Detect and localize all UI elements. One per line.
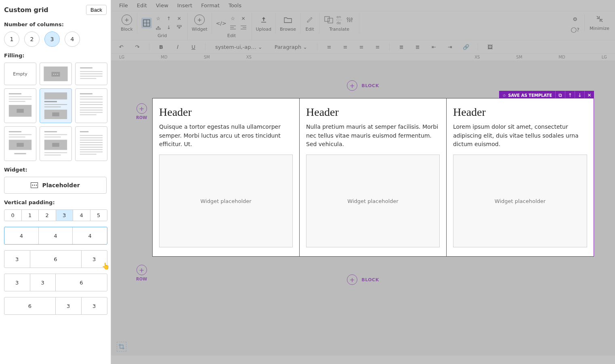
grid-column-1[interactable]: Header Quisque a tortor egestas nulla ul… (153, 98, 300, 256)
menu-view[interactable]: View (156, 2, 168, 8)
svg-rect-25 (80, 102, 103, 103)
list-ul-icon[interactable]: ≣ (397, 44, 406, 50)
add-block-bottom: + BLOCK (132, 274, 594, 285)
add-block-top-button[interactable]: + (347, 80, 357, 91)
menu-tools[interactable]: Tools (229, 2, 241, 8)
add-block-bottom-button[interactable]: + (347, 274, 357, 285)
grid-column-2[interactable]: Header Nulla pretium mauris at semper fa… (300, 98, 447, 256)
add-widget-icon[interactable]: + (194, 15, 205, 25)
vp-option-0[interactable]: 0 (4, 210, 22, 221)
outdent-icon[interactable]: ⇤ (429, 44, 438, 50)
align-justify-icon[interactable]: ≡ (373, 44, 382, 50)
col1-header: Header (159, 106, 293, 119)
crop-tool-icon[interactable] (117, 342, 126, 351)
insert-after-icon[interactable] (175, 23, 183, 31)
columns-option-1[interactable]: 1 (4, 31, 19, 47)
svg-rect-13 (9, 101, 25, 102)
widget-selector[interactable]: ••• Placeholder (4, 177, 107, 194)
list-ol-icon[interactable]: ≣ (413, 44, 422, 50)
svg-rect-47 (80, 140, 103, 140)
svg-rect-15 (17, 109, 23, 113)
add-row-top-button[interactable]: + (136, 103, 147, 114)
arrow-up-icon[interactable]: ↑ (165, 15, 173, 23)
vp-option-3[interactable]: 3 (56, 210, 73, 221)
layout-3-cell-2: 3 (82, 297, 107, 314)
col3-placeholder[interactable]: Widget placeholder (453, 155, 587, 247)
vp-option-4[interactable]: 4 (73, 210, 90, 221)
filling-option-3[interactable] (75, 63, 107, 85)
underline-icon[interactable]: U (189, 44, 198, 50)
filling-option-4[interactable] (4, 88, 36, 123)
minimize-icon[interactable] (595, 15, 604, 23)
layout-option-2[interactable]: 336 (4, 274, 107, 291)
lang-de: de (336, 21, 342, 25)
undo-icon[interactable]: ↶ (117, 44, 126, 50)
svg-rect-24 (80, 99, 103, 100)
bp-lg-r: LG (602, 55, 607, 59)
layout-option-3[interactable]: 633 (4, 297, 107, 315)
col2-placeholder[interactable]: Widget placeholder (306, 155, 440, 247)
edit-image-icon[interactable] (304, 15, 315, 25)
back-button[interactable]: Back (86, 5, 107, 15)
sliders-icon[interactable] (344, 15, 355, 25)
menu-file[interactable]: File (119, 2, 128, 8)
menu-insert[interactable]: Insert (177, 2, 192, 8)
tb-browse-label: Browse (280, 27, 296, 32)
link-icon[interactable]: 🔗 (462, 44, 470, 50)
filling-option-2[interactable] (40, 63, 72, 85)
columns-option-3[interactable]: 3 (44, 31, 60, 47)
vertical-padding-options: 0 1 2 3 4 5 (4, 209, 107, 221)
align-right-icon[interactable] (239, 23, 248, 31)
layout-option-1[interactable]: 363 (4, 250, 107, 268)
tb-edit2-label: Edit (305, 27, 314, 32)
svg-rect-6 (80, 71, 102, 72)
italic-icon[interactable]: I (173, 44, 182, 50)
svg-rect-30 (80, 114, 97, 115)
add-block-icon[interactable]: + (122, 15, 132, 25)
layout-option-0[interactable]: 444 (4, 227, 107, 245)
menu-format[interactable]: Format (201, 2, 220, 8)
menu-edit[interactable]: Edit (137, 2, 147, 8)
gear-icon[interactable]: ⚙ (571, 15, 579, 23)
grid-icon[interactable] (141, 18, 152, 28)
vp-option-1[interactable]: 1 (22, 210, 39, 221)
filling-option-9[interactable] (75, 126, 107, 161)
close-x-icon[interactable]: ✕ (175, 15, 183, 23)
arrow-down-icon[interactable]: ↓ (165, 23, 173, 31)
filling-option-empty[interactable]: Empty (4, 63, 36, 85)
bold-icon[interactable]: B (157, 44, 166, 50)
insert-before-icon[interactable] (154, 23, 162, 31)
columns-option-2[interactable]: 2 (24, 31, 40, 47)
font-select[interactable]: system-ui,-ap… ⌄ (213, 43, 265, 51)
image-icon[interactable]: 🖼 (485, 44, 494, 50)
code-icon[interactable]: </> (216, 18, 227, 28)
col1-placeholder[interactable]: Widget placeholder (159, 155, 293, 247)
help-icon[interactable]: ◯? (571, 25, 579, 34)
align-left-icon[interactable] (229, 23, 237, 31)
indent-icon[interactable]: ⇥ (445, 44, 454, 50)
upload-icon[interactable] (258, 15, 269, 25)
grid-column-3[interactable]: Header Lorem ipsum dolor sit amet, conse… (447, 98, 594, 256)
close2-icon[interactable]: ✕ (239, 15, 248, 23)
filling-option-6[interactable] (75, 88, 107, 123)
align-right2-icon[interactable]: ≡ (357, 44, 366, 50)
star-icon[interactable]: ☆ (154, 15, 162, 23)
svg-rect-26 (80, 104, 103, 105)
columns-option-4[interactable]: 4 (65, 31, 80, 47)
align-left2-icon[interactable]: ≡ (325, 44, 334, 50)
add-row-bottom-button[interactable]: + (136, 265, 147, 275)
align-center-icon[interactable]: ≡ (341, 44, 350, 50)
bp-lg-l: LG (119, 55, 124, 59)
filling-option-8[interactable] (40, 126, 72, 161)
browse-icon[interactable] (283, 15, 293, 25)
filling-option-7[interactable] (4, 126, 36, 161)
vp-option-2[interactable]: 2 (39, 210, 56, 221)
translate-icon[interactable] (323, 15, 334, 25)
minimize-label: Minimize (590, 26, 609, 31)
star2-icon[interactable]: ☆ (229, 15, 237, 23)
svg-point-3 (55, 74, 56, 75)
vp-option-5[interactable]: 5 (90, 210, 107, 221)
style-select[interactable]: Paragraph ⌄ (272, 43, 310, 51)
filling-option-5[interactable] (40, 88, 72, 123)
redo-icon[interactable]: ↷ (133, 44, 142, 50)
